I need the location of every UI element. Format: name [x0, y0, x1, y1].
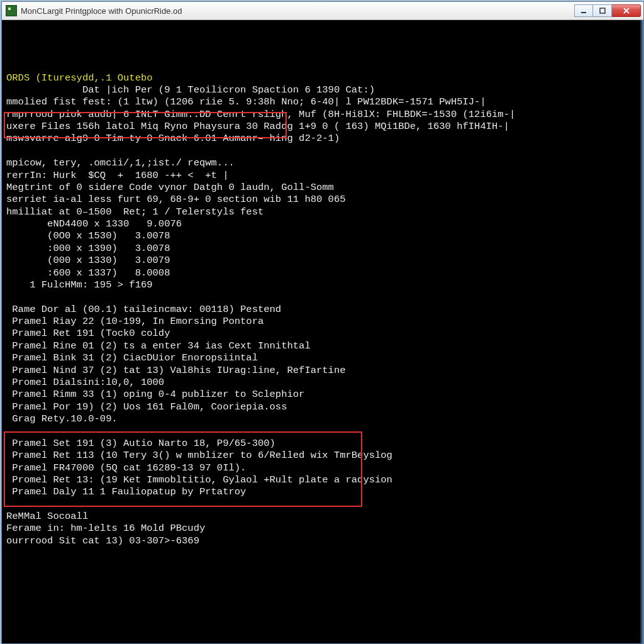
- terminal-line: mpicow, tery, .omcii/,1,;ist./ reqwm...: [6, 157, 639, 169]
- svg-rect-1: [600, 8, 605, 13]
- terminal-line: ReMMal Socoall: [6, 511, 639, 523]
- terminal-line: Promel Ret 13: (19 Ket Immobltitio, Gyla…: [6, 474, 639, 486]
- terminal-line: uxere Files 156h latol Miq Ryno Phaysura…: [6, 121, 639, 133]
- terminal-line: (000 x 1330) 3.0079: [6, 255, 639, 267]
- terminal-line: [6, 145, 639, 157]
- window-title: MonCLargit Printgploce with OpunicrRide.…: [21, 6, 182, 16]
- titlebar[interactable]: MonCLargit Printgploce with OpunicrRide.…: [2, 2, 643, 20]
- terminal-line: Pramel Daly 11 1 Fauliopatup by Prtatroy: [6, 486, 639, 498]
- terminal-line: [6, 425, 639, 437]
- terminal-line: eND4400 x 1330 9.0076: [6, 218, 639, 230]
- close-button[interactable]: [612, 4, 641, 17]
- app-window: MonCLargit Printgploce with OpunicrRide.…: [1, 1, 644, 644]
- terminal-line: rerrIn: Hurk $CQ + 1680 -++ < +t |: [6, 170, 639, 182]
- terminal-line: Pramel Por 19) (2) Uos 161 Fal0m, Coorie…: [6, 401, 639, 413]
- terminal-line: Dat |ich Per (9 1 Teoilicron Spaction 6 …: [6, 84, 639, 96]
- window-controls: [574, 4, 641, 17]
- terminal-line: Pramel Ret 113 (10 Tery 3() w mnblizer t…: [6, 450, 639, 462]
- terminal-line: 1 FulcHMm: 195 > f169: [6, 279, 639, 291]
- terminal-line: Ferame in: hm-lelts 16 Mold PBcudy: [6, 523, 639, 535]
- terminal-line: Pramel Bink 31 (2) CiacDUior Enoropsiint…: [6, 352, 639, 364]
- terminal-line: Promel Dialsini:l0,0, 1000: [6, 377, 639, 389]
- terminal-line: Pramel Rimm 33 (1) oping 0-4 publizer to…: [6, 389, 639, 401]
- terminal-line: Pramel Rine 01 (2) ts a enter 34 ias Cex…: [6, 340, 639, 352]
- terminal-line: Pramel Ret 191 (Tock0 coldy: [6, 328, 639, 340]
- terminal-line: ORDS (Ituresydd,.1 Outebo: [6, 72, 639, 84]
- terminal-line: [6, 291, 639, 303]
- terminal-line: Megtrint of 0 sidere Code vynor Datgh 0 …: [6, 182, 639, 194]
- terminal-line: :600 x 1337) 8.0008: [6, 267, 639, 279]
- terminal-line: mmolied fist fest: (1 ltw) (1206 riie 5.…: [6, 96, 639, 108]
- terminal-line: Pramel Nind 37 (2) tat 13) Val8his IUrag…: [6, 365, 639, 377]
- terminal-line: Rame Dor al (00.1) taileincmav: 00118) P…: [6, 304, 639, 316]
- terminal-line: hmilliat at 0–1500 Ret; 1 / Telerstyls f…: [6, 206, 639, 218]
- terminal-line: [6, 499, 639, 511]
- maximize-button[interactable]: [593, 4, 612, 17]
- terminal-line: Pramel FR47000 (5Q cat 16289-13 97 0Il).: [6, 462, 639, 474]
- terminal-line: Pramel Set 191 (3) Autio Narto 18, P9/65…: [6, 438, 639, 450]
- svg-rect-0: [581, 12, 586, 13]
- terminal-output[interactable]: ORDS (Ituresydd,.1 Outebo Dat |ich Per (…: [2, 20, 643, 643]
- maximize-icon: [599, 7, 606, 14]
- terminal-line: Grag Rety.10.0-09.: [6, 413, 639, 425]
- terminal-line: rmprrood piok audb| 6 INLT Gimm..DD Cenr…: [6, 109, 639, 121]
- minimize-button[interactable]: [574, 4, 593, 17]
- close-icon: [623, 7, 630, 14]
- terminal-line: ourrrood Sit cat 13) 03-307>-6369: [6, 535, 639, 547]
- terminal-line: serriet ia-al less furt 69, 68-9+ 0 sect…: [6, 194, 639, 206]
- app-icon: [6, 5, 17, 16]
- terminal-line: (0O0 x 1530) 3.0078: [6, 230, 639, 242]
- terminal-line: mswsvarre alg9 0 Tim ty 0 Snack 6.01 Aum…: [6, 133, 639, 145]
- scrollbar-edge[interactable]: [640, 20, 643, 643]
- minimize-icon: [580, 7, 587, 14]
- terminal-line: Pramel Riay 22 (10-199, In Emorsing Pont…: [6, 316, 639, 328]
- terminal-line: :000 x 1390) 3.0078: [6, 243, 639, 255]
